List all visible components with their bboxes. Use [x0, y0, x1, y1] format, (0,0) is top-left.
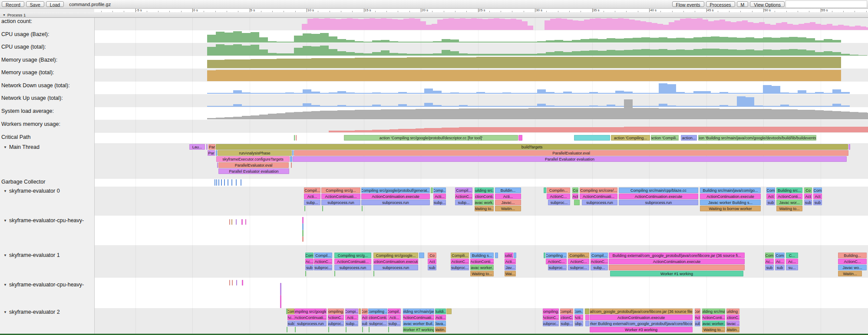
skyframe-evaluator-cpu-heavy-1-slice[interactable]	[302, 236, 304, 242]
garbage-collector-slice[interactable]	[228, 179, 228, 186]
skyframe-evaluator-0-slice[interactable]: Act	[804, 194, 812, 199]
skyframe-evaluator-0-slice[interactable]: Javac worker Building s...	[700, 200, 761, 205]
skyframe-evaluator-2-slice[interactable]	[585, 315, 589, 320]
skyframe-evaluator-cpu-heavy-2-slice[interactable]	[232, 280, 233, 286]
action-count-chart[interactable]	[302, 18, 868, 30]
skyframe-evaluator-0-slice[interactable]	[322, 206, 323, 211]
skyframe-evaluator-1-slice[interactable]	[373, 271, 374, 276]
skyframe-evaluator-0-slice[interactable]: Comp...	[433, 187, 446, 193]
skyframe-evaluator-1-slice[interactable]: ActionC...	[591, 259, 608, 264]
skyframe-evaluator-1-slice[interactable]: subproc...	[568, 265, 589, 270]
skyframe-evaluator-1-slice[interactable]: sub	[305, 265, 314, 270]
skyframe-evaluator-1-slice[interactable]: ActionConti...	[470, 259, 494, 264]
skyframe-evaluator-0-slice[interactable]: Waiting to...	[475, 206, 494, 211]
skyframe-evaluator-0-slice[interactable]: Com	[766, 187, 775, 193]
view-options-button[interactable]: View Options	[750, 1, 785, 7]
skyframe-evaluator-2-slice[interactable]: subp...	[345, 321, 358, 326]
skyframe-evaluator-2-slice[interactable]: sub	[362, 321, 368, 326]
skyframe-evaluator-1-slice[interactable]: C...	[786, 253, 798, 258]
skyframe-evaluator-2-slice[interactable]: Compiling src/google...	[294, 309, 327, 314]
skyframe-evaluator-2-slice[interactable]	[388, 327, 389, 332]
skyframe-evaluator-cpu-heavy-1-slice[interactable]	[245, 219, 246, 225]
skyframe-evaluator-2-slice[interactable]	[362, 327, 363, 332]
garbage-collector-slice[interactable]	[218, 179, 219, 186]
skyframe-evaluator-1-slice[interactable]: Waitin...	[838, 271, 862, 276]
skyframe-evaluator-1-slice[interactable]: subp...	[591, 265, 608, 270]
skyframe-evaluator-cpu-heavy-2-slice[interactable]	[280, 283, 281, 295]
skyframe-evaluator-cpu-heavy-1-slice[interactable]	[302, 217, 304, 223]
skyframe-evaluator-0-slice[interactable]: sub	[813, 200, 822, 205]
skyframe-evaluator-2-slice[interactable]	[369, 327, 370, 332]
main-thread-slice[interactable]: runAnalysisPhase	[218, 150, 292, 156]
skyframe-evaluator-1-slice[interactable]: ActionContinuation.execute	[373, 259, 418, 264]
skyframe-evaluator-0-slice[interactable]: Compiling src/g...	[321, 187, 360, 193]
skyframe-evaluator-cpu-heavy-2-slice[interactable]	[236, 280, 237, 286]
skyframe-evaluator-1-slice[interactable]: Wai...	[505, 271, 516, 276]
skyframe-evaluator-1-slice[interactable]: Compiling ...	[546, 253, 567, 258]
skyframe-evaluator-2-slice[interactable]: Waitin...	[726, 327, 739, 332]
skyframe-evaluator-2-slice[interactable]: Acti...	[388, 315, 401, 320]
time-ruler[interactable]: -5 s0 s5 s10 s15 s20 s25 s30 s35 s40 s45…	[94, 8, 868, 12]
skyframe-evaluator-0-slice[interactable]: subproc...	[548, 200, 570, 205]
skyframe-evaluator-2-slice[interactable]: Com...	[574, 309, 583, 314]
skyframe-evaluator-2-slice[interactable]: Ac...	[287, 315, 294, 320]
main-thread-slice[interactable]: Par	[208, 150, 215, 156]
skyframe-evaluator-0-slice[interactable]: ActionConti...	[776, 194, 802, 199]
skyframe-evaluator-2-slice[interactable]: Javac worker Building external/com_googl…	[590, 321, 693, 326]
main-thread-slice[interactable]: Par	[208, 144, 215, 150]
collapse-arrow-icon[interactable]: ▼	[3, 145, 7, 149]
skyframe-evaluator-0-slice[interactable]: ActionContinuation.execute	[619, 194, 698, 199]
skyframe-evaluator-2-slice[interactable]: subp...	[560, 321, 573, 326]
skyframe-evaluator-1-slice[interactable]: Build...	[505, 253, 513, 258]
sidebar-item-main-thread[interactable]: ▼Main Thread	[0, 144, 93, 151]
skyframe-evaluator-1-slice[interactable]: Compili...	[451, 253, 469, 258]
skyframe-evaluator-1-slice[interactable]: Ac...	[786, 259, 798, 264]
skyframe-evaluator-2-slice[interactable]: Javac worker...	[702, 321, 725, 326]
skyframe-evaluator-0-slice[interactable]: Co	[804, 187, 812, 193]
skyframe-evaluator-2-slice[interactable]: Compil...	[388, 309, 401, 314]
skyframe-evaluator-0-slice[interactable]: Waiting to...	[776, 206, 802, 211]
workers-memory-usage-chart[interactable]	[207, 127, 868, 132]
skyframe-evaluator-2-slice[interactable]: subprocess.run	[294, 321, 327, 326]
skyframe-evaluator-1-slice[interactable]: Building s...	[470, 253, 494, 258]
skyframe-evaluator-0-slice[interactable]: subprocess.run	[361, 200, 430, 205]
skyframe-evaluator-2-slice[interactable]	[346, 327, 347, 332]
skyframe-evaluator-2-slice[interactable]: Acti...	[574, 315, 583, 320]
record-button[interactable]: Record	[2, 1, 24, 7]
main-thread-slice[interactable]	[206, 144, 208, 150]
main-thread-slice[interactable]: Parallel Evaluator evaluation	[293, 156, 847, 162]
skyframe-evaluator-0-slice[interactable]: ActionContinuati...	[580, 194, 617, 199]
counter-charts[interactable]	[0, 0, 868, 335]
system-load-average-chart[interactable]	[207, 99, 868, 119]
skyframe-evaluator-1-slice[interactable]: subproc...	[451, 265, 469, 270]
skyframe-evaluator-0-slice[interactable]: Javac work...	[475, 200, 494, 205]
skyframe-evaluator-2-slice[interactable]	[295, 327, 296, 332]
skyframe-evaluator-0-slice[interactable]	[362, 206, 363, 211]
skyframe-evaluator-2-slice[interactable]: ActionC...	[328, 315, 344, 320]
critical-path-slice[interactable]: action...	[681, 135, 697, 141]
skyframe-evaluator-0-slice[interactable]: Com	[813, 187, 822, 193]
skyframe-evaluator-2-slice[interactable]: ActionContinuati...	[403, 315, 434, 320]
sidebar-item-skyframe-evaluator-2[interactable]: ▼skyframe-evaluator 2	[0, 309, 93, 315]
garbage-collector-slice[interactable]	[215, 179, 215, 186]
skyframe-evaluator-0-slice[interactable]: ActionContinuation.execute	[700, 194, 761, 199]
skyframe-evaluator-1-slice[interactable]: subproc...	[548, 265, 567, 270]
skyframe-evaluator-1-slice[interactable]	[495, 253, 498, 258]
skyframe-evaluator-1-slice[interactable]	[305, 271, 306, 276]
skyframe-evaluator-2-slice[interactable]: ActionContinuation.execute	[590, 315, 693, 320]
skyframe-evaluator-0-slice[interactable]	[544, 187, 546, 193]
skyframe-evaluator-0-slice[interactable]: Waitin...	[495, 206, 521, 211]
garbage-collector-slice[interactable]	[216, 179, 217, 186]
skyframe-evaluator-0-slice[interactable]: Buildin...	[495, 187, 521, 193]
garbage-collector-slice[interactable]	[224, 179, 225, 186]
skyframe-evaluator-2-slice[interactable]: Buildi...	[435, 309, 446, 314]
main-thread-slice[interactable]: skyframeExecutor.configureTargets	[216, 156, 290, 162]
sidebar-item-skyframe-evaluator-1[interactable]: ▼skyframe-evaluator 1	[0, 252, 93, 259]
main-thread-slice[interactable]	[216, 150, 217, 156]
skyframe-evaluator-1-slice[interactable]: sub	[428, 265, 436, 270]
skyframe-evaluator-1-slice[interactable]: Ac...	[765, 259, 774, 264]
skyframe-evaluator-2-slice[interactable]: Javac ...	[726, 321, 739, 326]
skyframe-evaluator-1-slice[interactable]: Com	[305, 253, 314, 258]
skyframe-evaluator-1-slice[interactable]: ActionC...	[314, 259, 332, 264]
skyframe-evaluator-2-slice[interactable]: Javac worker Buil...	[403, 321, 434, 326]
